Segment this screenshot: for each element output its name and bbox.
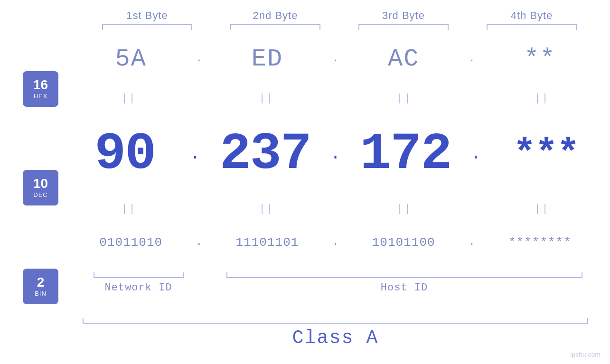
eq2-b3: ||	[340, 204, 469, 215]
eq-row-2: || || || ||	[61, 204, 610, 215]
bin-b4-cell: ********	[476, 235, 604, 250]
bin-b1-cell: 01011010	[67, 235, 195, 250]
hex-row: 5A . ED . AC . **	[61, 45, 610, 73]
dec-b2-value: 237	[220, 124, 311, 184]
hex-dot1: .	[196, 54, 202, 64]
hex-b1-cell: 5A	[67, 45, 195, 73]
byte3-header: 3rd Byte	[339, 9, 468, 22]
eq2-b4: ||	[478, 204, 606, 215]
hex-dot2: .	[332, 54, 338, 64]
bin-dot3: .	[469, 237, 475, 248]
hex-b3-cell: AC	[339, 45, 468, 73]
hex-b2-value: ED	[252, 45, 283, 73]
bin-dot2: .	[332, 237, 338, 248]
top-brackets	[0, 24, 610, 30]
eq1-b1: ||	[65, 93, 193, 104]
dec-badge-num: 10	[33, 177, 48, 191]
hex-badge-label: HEX	[34, 93, 48, 100]
dec-row: 90 . 237 . 172 . ***	[61, 124, 610, 184]
byte-headers: 1st Byte 2nd Byte 3rd Byte 4th Byte	[0, 0, 610, 22]
dec-b4-value: ***	[513, 132, 579, 176]
eq2-b2: ||	[203, 204, 331, 215]
hex-b4-cell: **	[476, 45, 604, 73]
dec-b1-value: 90	[94, 124, 155, 184]
dec-b3-value: 172	[360, 124, 451, 184]
badge-column: 16 HEX 10 DEC 2 BIN	[0, 30, 61, 364]
bin-row: 01011010 . 11101101 . 10101100 . *******…	[61, 235, 610, 250]
dec-badge: 10 DEC	[23, 170, 58, 205]
byte2-header: 2nd Byte	[211, 9, 339, 22]
host-id-label: Host ID	[381, 282, 428, 294]
bin-b3-value: 10101100	[372, 235, 435, 250]
dec-b3-cell: 172	[341, 124, 469, 184]
bin-badge: 2 BIN	[23, 269, 58, 304]
bin-dot1: .	[196, 237, 202, 248]
data-area: 5A . ED . AC . ** || ||	[61, 30, 610, 364]
hex-b4-value: **	[524, 45, 555, 73]
eq1-b3: ||	[340, 93, 469, 104]
hex-badge: 16 HEX	[23, 71, 58, 107]
dec-dot1: .	[190, 146, 200, 163]
hex-dot3: .	[469, 54, 475, 64]
dec-dot3: .	[470, 146, 481, 163]
class-bracket-line	[83, 318, 588, 324]
byte4-header: 4th Byte	[468, 9, 596, 22]
class-label: Class A	[292, 327, 379, 349]
hex-b2-cell: ED	[203, 45, 331, 73]
eq1-b4: ||	[478, 93, 606, 104]
bin-badge-num: 2	[37, 275, 45, 290]
dec-b2-cell: 237	[201, 124, 329, 184]
bin-b1-value: 01011010	[99, 235, 162, 250]
hex-b3-value: AC	[388, 45, 419, 73]
bin-b2-value: 11101101	[236, 235, 299, 250]
hex-b1-value: 5A	[115, 45, 147, 73]
bin-b4-value: ********	[508, 235, 572, 250]
dec-badge-label: DEC	[33, 191, 47, 198]
bin-b3-cell: 10101100	[339, 235, 468, 250]
eq1-b2: ||	[203, 93, 331, 104]
main-container: 1st Byte 2nd Byte 3rd Byte 4th Byte 16 H…	[0, 0, 610, 364]
eq-row-1: || || || ||	[61, 93, 610, 104]
network-id-label: Network ID	[105, 282, 172, 294]
dec-dot2: .	[330, 146, 341, 163]
dec-b1-cell: 90	[61, 124, 189, 184]
network-bracket-line	[94, 272, 184, 278]
eq2-b1: ||	[65, 204, 193, 215]
watermark: ipshu.com	[570, 351, 601, 358]
dec-b4-cell: ***	[482, 132, 610, 176]
bin-badge-label: BIN	[35, 290, 47, 297]
byte1-header: 1st Byte	[83, 9, 211, 22]
bin-b2-cell: 11101101	[203, 235, 331, 250]
host-bracket-line	[226, 272, 582, 278]
hex-badge-num: 16	[33, 78, 48, 93]
